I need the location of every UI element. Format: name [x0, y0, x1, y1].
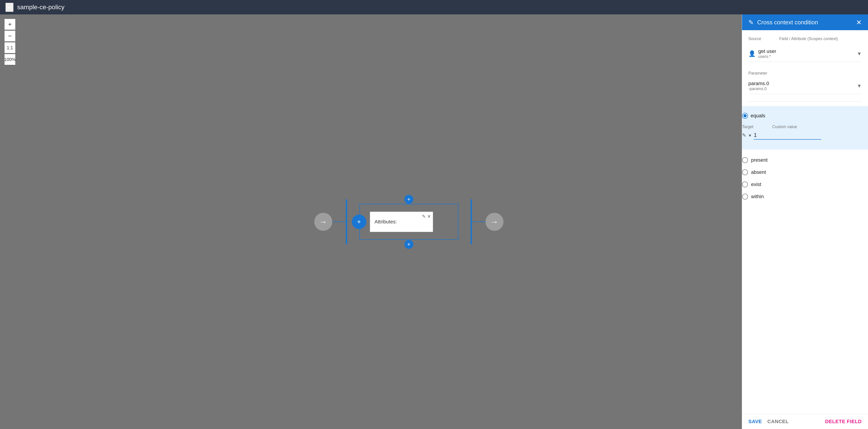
right-panel: ✎ Cross context condition ✕ Source Field…	[742, 14, 868, 429]
flow-node-delete-icon[interactable]: ✕	[427, 214, 431, 219]
flow-node-label: Attributes:	[375, 219, 397, 225]
flow-left-rail	[346, 199, 347, 244]
flow-top-connector[interactable]: +	[404, 195, 413, 204]
back-icon: ←	[6, 3, 13, 11]
left-arrow-icon: →	[319, 217, 327, 227]
panel-body: Source Field / Attribute (Scopes context…	[742, 30, 868, 112]
cancel-button[interactable]: CANCEL	[767, 419, 789, 425]
panel-header: ✎ Cross context condition ✕	[742, 14, 868, 30]
parameter-dropdown-icon[interactable]: ▼	[857, 83, 862, 89]
equals-radio[interactable]	[742, 113, 748, 119]
right-arrow-icon: →	[490, 217, 499, 227]
back-button[interactable]: ←	[5, 3, 13, 12]
zoom-in-icon: +	[8, 21, 12, 28]
exist-radio[interactable]	[742, 182, 748, 187]
custom-value-label: Custom value	[772, 125, 797, 129]
flow-node-edit-icon[interactable]: ✎	[422, 214, 426, 219]
panel-header-left: ✎ Cross context condition	[748, 19, 818, 26]
divider	[748, 101, 862, 102]
equals-radio-dot	[743, 114, 747, 117]
source-row[interactable]: 👤 get user users.* ▼	[748, 46, 862, 62]
option-present[interactable]: present	[742, 154, 868, 166]
flow-node-actions: ✎ ✕	[422, 214, 431, 219]
flow-node-content-box[interactable]: Attributes: ✎ ✕	[370, 212, 433, 232]
zoom-ratio-label: 1:1	[4, 42, 15, 53]
panel-footer: SAVE CANCEL DELETE FIELD	[742, 414, 868, 429]
present-radio[interactable]	[742, 157, 748, 163]
absent-radio[interactable]	[742, 169, 748, 175]
parameter-label: Parameter	[748, 71, 767, 75]
source-dropdown-icon[interactable]: ▼	[857, 51, 862, 57]
panel-pencil-icon: ✎	[748, 19, 753, 26]
flow-top-plus-icon: +	[407, 196, 410, 202]
source-user-icon: 👤	[748, 50, 755, 57]
parameter-info: params.0 -params.0	[748, 80, 769, 91]
source-labels: Source Field / Attribute (Scopes context…	[748, 36, 862, 43]
condition-equals-section: equals Target Custom value ✎ ▾	[742, 106, 868, 150]
panel-close-icon: ✕	[856, 19, 862, 26]
save-button[interactable]: SAVE	[748, 419, 762, 425]
zoom-percent-label: 100%	[4, 54, 15, 65]
equals-label: equals	[751, 113, 765, 119]
flow-node-add-button[interactable]: +	[352, 214, 366, 229]
within-radio[interactable]	[742, 194, 748, 200]
delete-field-button[interactable]: DELETE FIELD	[825, 419, 862, 425]
source-info: get user users.*	[758, 48, 854, 59]
flow-line-left	[332, 221, 346, 222]
flow-left-arrow[interactable]: →	[314, 213, 332, 231]
condition-value-container	[754, 131, 868, 140]
source-sublabel: Field / Attribute (Scopes context)	[779, 36, 838, 41]
option-exist[interactable]: exist	[742, 178, 868, 191]
target-label: Target	[742, 125, 753, 129]
zoom-out-icon: −	[8, 32, 12, 40]
condition-dropdown-icon[interactable]: ▾	[749, 133, 751, 138]
present-label: present	[751, 157, 768, 163]
canvas: + − 1:1 100% → +	[0, 14, 742, 429]
exist-label: exist	[751, 182, 761, 187]
parameter-section: Parameter params.0 -params.0 ▼	[748, 67, 862, 94]
condition-pencil-icon[interactable]: ✎	[742, 132, 746, 138]
source-section: Source Field / Attribute (Scopes context…	[748, 36, 862, 62]
absent-label: absent	[751, 169, 766, 175]
parameter-name: params.0	[748, 80, 769, 87]
source-sub: users.*	[758, 54, 854, 59]
source-label: Source	[748, 36, 761, 41]
option-absent[interactable]: absent	[742, 166, 868, 178]
flow-node-container: + + Attributes: ✎ ✕	[346, 199, 472, 244]
flow-diagram: → + + A	[314, 199, 503, 244]
flow-right-rail	[471, 199, 472, 244]
condition-input-row: ✎ ▾	[742, 131, 868, 140]
flow-line-right	[472, 221, 486, 222]
page-title: sample-ce-policy	[17, 4, 64, 11]
option-within[interactable]: within	[742, 191, 868, 203]
flow-right-arrow[interactable]: →	[486, 213, 503, 231]
topbar: ← sample-ce-policy	[0, 0, 868, 14]
parameter-sub: -params.0	[748, 87, 769, 91]
condition-row-labels: Target Custom value	[742, 125, 868, 129]
condition-value-input[interactable]	[754, 131, 821, 140]
panel-title: Cross context condition	[757, 19, 818, 26]
condition-equals-option[interactable]: equals	[742, 110, 868, 121]
parameter-row[interactable]: params.0 -params.0 ▼	[748, 78, 862, 94]
flow-bottom-plus-icon: +	[407, 241, 410, 248]
source-name: get user	[758, 48, 854, 54]
flow-bottom-connector[interactable]: +	[404, 240, 413, 249]
flow-node: + Attributes: ✎ ✕	[359, 204, 459, 240]
options-section: present absent exist within	[742, 150, 868, 207]
parameter-label-container: Parameter	[748, 71, 862, 76]
main-area: + − 1:1 100% → +	[0, 14, 868, 429]
zoom-controls: + − 1:1 100%	[4, 19, 15, 65]
node-add-icon: +	[357, 218, 361, 226]
zoom-in-button[interactable]: +	[4, 19, 15, 30]
condition-body: Target Custom value ✎ ▾	[742, 121, 868, 145]
within-label: within	[751, 194, 764, 200]
zoom-out-button[interactable]: −	[4, 31, 15, 41]
panel-close-button[interactable]: ✕	[856, 19, 862, 26]
